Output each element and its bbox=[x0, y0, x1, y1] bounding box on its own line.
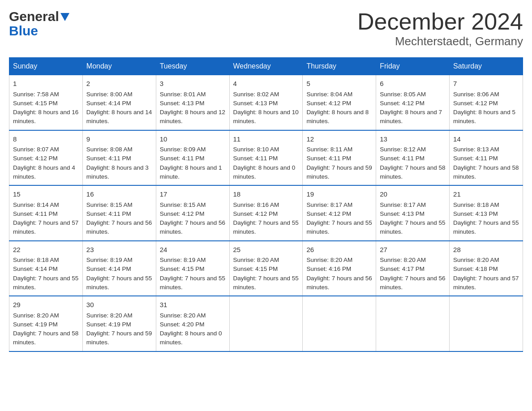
title-block: December 2024 Mechterstaedt, Germany bbox=[357, 9, 523, 48]
day-number: 23 bbox=[86, 245, 152, 255]
calendar-header-row: SundayMondayTuesdayWednesdayThursdayFrid… bbox=[9, 58, 523, 75]
daylight-text: Daylight: 7 hours and 57 minutes. bbox=[13, 219, 78, 235]
page-header: General Blue December 2024 Mechterstaedt… bbox=[9, 9, 523, 48]
calendar-cell: 2Sunrise: 8:00 AMSunset: 4:14 PMDaylight… bbox=[82, 75, 156, 130]
day-number: 3 bbox=[160, 79, 226, 89]
calendar-cell: 31Sunrise: 8:20 AMSunset: 4:20 PMDayligh… bbox=[156, 296, 229, 351]
calendar-cell: 9Sunrise: 8:08 AMSunset: 4:11 PMDaylight… bbox=[82, 130, 156, 186]
day-number: 10 bbox=[160, 134, 226, 145]
daylight-text: Daylight: 8 hours and 12 minutes. bbox=[160, 109, 225, 124]
day-number: 30 bbox=[86, 300, 152, 310]
daylight-text: Daylight: 7 hours and 55 minutes. bbox=[86, 275, 152, 291]
header-friday: Friday bbox=[376, 58, 450, 75]
page-subtitle: Mechterstaedt, Germany bbox=[357, 34, 523, 48]
sunrise-text: Sunrise: 8:13 AM bbox=[453, 146, 499, 153]
calendar-table: SundayMondayTuesdayWednesdayThursdayFrid… bbox=[9, 57, 523, 352]
calendar-cell: 24Sunrise: 8:19 AMSunset: 4:15 PMDayligh… bbox=[156, 241, 229, 296]
calendar-cell: 12Sunrise: 8:11 AMSunset: 4:11 PMDayligh… bbox=[303, 130, 376, 186]
daylight-text: Daylight: 8 hours and 5 minutes. bbox=[453, 109, 515, 124]
day-number: 1 bbox=[13, 79, 79, 89]
sunset-text: Sunset: 4:13 PM bbox=[380, 210, 425, 217]
sunset-text: Sunset: 4:19 PM bbox=[13, 321, 58, 328]
week-row-5: 29Sunrise: 8:20 AMSunset: 4:19 PMDayligh… bbox=[9, 296, 523, 351]
daylight-text: Daylight: 7 hours and 55 minutes. bbox=[380, 219, 445, 235]
calendar-cell: 13Sunrise: 8:12 AMSunset: 4:11 PMDayligh… bbox=[376, 130, 450, 186]
sunrise-text: Sunrise: 8:18 AM bbox=[13, 257, 59, 263]
week-row-4: 22Sunrise: 8:18 AMSunset: 4:14 PMDayligh… bbox=[9, 241, 523, 296]
sunrise-text: Sunrise: 8:07 AM bbox=[13, 146, 59, 153]
day-number: 15 bbox=[13, 189, 79, 200]
calendar-cell: 8Sunrise: 8:07 AMSunset: 4:12 PMDaylight… bbox=[9, 130, 83, 186]
week-row-3: 15Sunrise: 8:14 AMSunset: 4:11 PMDayligh… bbox=[9, 185, 523, 241]
daylight-text: Daylight: 8 hours and 8 minutes. bbox=[306, 109, 369, 124]
calendar-cell: 23Sunrise: 8:19 AMSunset: 4:14 PMDayligh… bbox=[82, 241, 156, 296]
calendar-cell: 5Sunrise: 8:04 AMSunset: 4:12 PMDaylight… bbox=[303, 75, 376, 130]
sunset-text: Sunset: 4:11 PM bbox=[306, 155, 351, 162]
sunrise-text: Sunrise: 8:20 AM bbox=[160, 312, 206, 319]
daylight-text: Daylight: 7 hours and 56 minutes. bbox=[160, 219, 225, 235]
sunset-text: Sunset: 4:11 PM bbox=[13, 210, 58, 217]
sunrise-text: Sunrise: 8:18 AM bbox=[453, 201, 499, 208]
sunrise-text: Sunrise: 8:15 AM bbox=[160, 201, 206, 208]
day-number: 17 bbox=[160, 189, 226, 200]
sunrise-text: Sunrise: 8:20 AM bbox=[453, 257, 499, 263]
daylight-text: Daylight: 8 hours and 1 minute. bbox=[160, 164, 222, 180]
day-number: 5 bbox=[306, 79, 372, 89]
logo-line1: General bbox=[9, 9, 69, 24]
sunrise-text: Sunrise: 8:04 AM bbox=[306, 91, 352, 98]
header-monday: Monday bbox=[82, 58, 156, 75]
sunset-text: Sunset: 4:12 PM bbox=[160, 210, 205, 217]
sunset-text: Sunset: 4:11 PM bbox=[453, 155, 498, 162]
daylight-text: Daylight: 8 hours and 0 minutes. bbox=[160, 330, 222, 346]
daylight-text: Daylight: 7 hours and 55 minutes. bbox=[233, 219, 299, 235]
calendar-cell: 3Sunrise: 8:01 AMSunset: 4:13 PMDaylight… bbox=[156, 75, 229, 130]
calendar-cell: 18Sunrise: 8:16 AMSunset: 4:12 PMDayligh… bbox=[229, 185, 303, 241]
calendar-cell: 22Sunrise: 8:18 AMSunset: 4:14 PMDayligh… bbox=[9, 241, 83, 296]
calendar-cell: 30Sunrise: 8:20 AMSunset: 4:19 PMDayligh… bbox=[82, 296, 156, 351]
daylight-text: Daylight: 7 hours and 58 minutes. bbox=[13, 330, 78, 346]
logo-arrow-icon bbox=[60, 9, 69, 24]
calendar-cell: 7Sunrise: 8:06 AMSunset: 4:12 PMDaylight… bbox=[450, 75, 523, 130]
daylight-text: Daylight: 7 hours and 55 minutes. bbox=[233, 275, 299, 291]
week-row-1: 1Sunrise: 7:58 AMSunset: 4:15 PMDaylight… bbox=[9, 75, 523, 130]
day-number: 6 bbox=[380, 79, 446, 89]
daylight-text: Daylight: 7 hours and 56 minutes. bbox=[86, 219, 152, 235]
sunset-text: Sunset: 4:13 PM bbox=[453, 210, 498, 217]
day-number: 21 bbox=[453, 189, 519, 200]
day-number: 19 bbox=[306, 189, 372, 200]
calendar-cell: 14Sunrise: 8:13 AMSunset: 4:11 PMDayligh… bbox=[450, 130, 523, 186]
day-number: 20 bbox=[380, 189, 446, 200]
sunset-text: Sunset: 4:19 PM bbox=[86, 321, 131, 328]
daylight-text: Daylight: 7 hours and 55 minutes. bbox=[13, 275, 78, 291]
logo-blue-text: Blue bbox=[9, 24, 69, 38]
sunrise-text: Sunrise: 8:06 AM bbox=[453, 91, 499, 98]
calendar-cell bbox=[450, 296, 523, 351]
sunrise-text: Sunrise: 8:09 AM bbox=[160, 146, 206, 153]
sunset-text: Sunset: 4:12 PM bbox=[380, 100, 425, 107]
sunset-text: Sunset: 4:15 PM bbox=[13, 100, 58, 107]
daylight-text: Daylight: 7 hours and 59 minutes. bbox=[306, 164, 372, 180]
sunrise-text: Sunrise: 8:20 AM bbox=[233, 257, 279, 263]
sunset-text: Sunset: 4:11 PM bbox=[86, 155, 131, 162]
daylight-text: Daylight: 7 hours and 58 minutes. bbox=[453, 164, 519, 180]
calendar-cell: 27Sunrise: 8:20 AMSunset: 4:17 PMDayligh… bbox=[376, 241, 450, 296]
sunrise-text: Sunrise: 8:17 AM bbox=[380, 201, 426, 208]
daylight-text: Daylight: 7 hours and 55 minutes. bbox=[306, 219, 372, 235]
day-number: 24 bbox=[160, 245, 226, 255]
sunrise-text: Sunrise: 8:20 AM bbox=[86, 312, 133, 319]
logo-general-text: General bbox=[9, 9, 59, 24]
sunset-text: Sunset: 4:12 PM bbox=[453, 100, 498, 107]
day-number: 2 bbox=[86, 79, 152, 89]
calendar-cell: 10Sunrise: 8:09 AMSunset: 4:11 PMDayligh… bbox=[156, 130, 229, 186]
sunset-text: Sunset: 4:14 PM bbox=[13, 265, 58, 272]
day-number: 9 bbox=[86, 134, 152, 145]
day-number: 11 bbox=[233, 134, 299, 145]
calendar-cell bbox=[376, 296, 450, 351]
daylight-text: Daylight: 7 hours and 55 minutes. bbox=[160, 275, 225, 291]
sunset-text: Sunset: 4:15 PM bbox=[233, 265, 278, 272]
daylight-text: Daylight: 7 hours and 56 minutes. bbox=[380, 275, 445, 291]
sunrise-text: Sunrise: 7:58 AM bbox=[13, 91, 59, 98]
sunset-text: Sunset: 4:17 PM bbox=[380, 265, 425, 272]
sunset-text: Sunset: 4:12 PM bbox=[306, 100, 351, 107]
sunrise-text: Sunrise: 8:20 AM bbox=[13, 312, 59, 319]
